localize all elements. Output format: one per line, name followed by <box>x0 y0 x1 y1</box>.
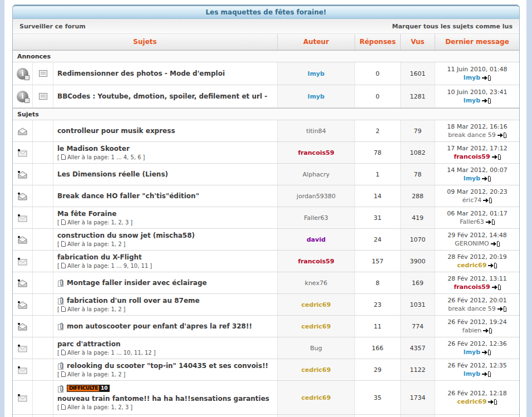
goto-last-post-icon[interactable] <box>490 241 500 247</box>
reply-count: 29 <box>374 366 382 374</box>
goto-page-line: [ Aller à la page: 1, 2 ] <box>57 371 125 378</box>
last-post-author[interactable]: break dance 59 <box>448 305 496 313</box>
envelope-open-dot-icon <box>17 279 28 287</box>
last-post-author[interactable]: francois59 <box>454 283 490 291</box>
last-post-author[interactable]: lmyb <box>464 96 480 105</box>
topic-row: construction du snow jet (mischa58) [ Al… <box>13 229 519 251</box>
goto-page-links[interactable]: 1, 2, 3 <box>111 404 129 411</box>
topic-title[interactable]: construction du snow jet (mischa58) <box>57 232 195 240</box>
topic-author[interactable]: knex76 <box>305 279 327 287</box>
topic-title[interactable]: le Madison Skooter <box>57 145 130 153</box>
goto-last-post-icon[interactable] <box>497 132 506 139</box>
column-header-lastpost: Dernier message <box>435 34 519 50</box>
envelope-flat-dot-icon <box>17 257 28 266</box>
reply-count: 31 <box>374 214 382 222</box>
topic-title[interactable]: BBCodes : Youtube, dmotion, spoiler, def… <box>57 92 267 101</box>
page-icon <box>61 404 66 410</box>
topic-author[interactable]: jordan59380 <box>297 193 336 200</box>
topic-title[interactable]: Break dance HO faller "ch'tis"édition" <box>57 192 199 200</box>
view-count: 1734 <box>410 394 426 401</box>
topic-author[interactable]: lmyb <box>308 70 324 77</box>
goto-page-line: [ Aller à la page: 1 ... 9, 10, 11 ] <box>57 262 152 269</box>
topic-title[interactable]: Ma fête Foraine <box>57 210 116 218</box>
watch-forum-link[interactable]: Surveiller ce forum <box>19 23 86 30</box>
goto-last-post-icon[interactable] <box>497 306 506 312</box>
topic-author[interactable]: cedric69 <box>302 394 331 401</box>
goto-last-post-icon[interactable] <box>481 97 491 104</box>
goto-last-post-icon[interactable] <box>487 262 497 269</box>
goto-page-links[interactable]: 1, 2 <box>111 371 121 378</box>
goto-last-post-icon[interactable] <box>481 75 491 81</box>
goto-page-links[interactable]: 1 ... 10, 11, 12 <box>111 349 151 356</box>
topic-author[interactable]: Alphacry <box>303 171 329 178</box>
goto-page-links[interactable]: 1, 2 <box>111 241 121 248</box>
goto-last-post-icon[interactable] <box>481 371 491 377</box>
topic-author[interactable]: cedric69 <box>302 366 331 374</box>
last-post-author[interactable]: Faller63 <box>460 218 484 226</box>
topic-title[interactable]: Redimensionner des photos - Mode d'emplo… <box>57 70 225 78</box>
goto-last-post-icon[interactable] <box>482 327 492 334</box>
goto-page-line: [ Aller à la page: 1, 2, 3 ] <box>57 404 132 411</box>
last-post-author[interactable]: éric74 <box>462 196 481 204</box>
topic-title[interactable]: parc d'attraction <box>57 340 121 349</box>
last-post-date: 26 Fév 2012, 12:35 <box>447 361 507 370</box>
goto-page-links[interactable]: 1, 2, 3 <box>111 219 129 226</box>
column-header-replies: Réponses <box>355 34 401 50</box>
last-post-author[interactable]: cedric69 <box>457 398 487 406</box>
last-post-date: 26 Fév 2012, 12:36 <box>447 340 507 348</box>
last-post-author[interactable]: lmyb <box>464 73 480 82</box>
view-count: 78 <box>414 171 422 178</box>
topic-row: DIFFICULTE10 nouveau train fantome!! ha … <box>13 381 519 415</box>
reply-count: 14 <box>374 193 382 200</box>
goto-last-post-icon[interactable] <box>491 154 501 160</box>
topic-author[interactable]: david <box>307 236 326 243</box>
last-post-date: 09 Mar 2012, 20:23 <box>447 188 507 196</box>
goto-last-post-icon[interactable] <box>491 284 501 291</box>
reply-count: 157 <box>372 258 383 265</box>
announcement-info-icon: i <box>17 91 28 102</box>
last-post-author[interactable]: lmyb <box>464 348 480 356</box>
topic-title[interactable]: Montage faller insider avec éclairage <box>67 279 207 287</box>
goto-page-line: [ Aller à la page: 1, 2, 3 ] <box>57 219 132 226</box>
last-post-author[interactable]: lmyb <box>464 174 480 183</box>
goto-last-post-icon[interactable] <box>482 197 492 204</box>
forum-title: Les maquettes de fêtes foraine! <box>205 8 326 16</box>
topic-author[interactable]: cedric69 <box>302 301 331 308</box>
envelope-open-dot-icon <box>17 192 28 200</box>
topic-title[interactable]: relooking du scooter "top-in" 140435 et … <box>67 362 268 370</box>
goto-last-post-icon[interactable] <box>487 399 497 405</box>
goto-last-post-icon[interactable] <box>481 175 491 182</box>
goto-last-post-icon[interactable] <box>485 219 495 225</box>
topic-author[interactable]: lmyb <box>308 93 324 100</box>
topic-author[interactable]: francois59 <box>298 258 334 265</box>
topic-author[interactable]: Faller63 <box>304 214 328 222</box>
topic-title[interactable]: controlleur pour musik express <box>57 127 175 135</box>
page-icon <box>61 219 66 225</box>
topic-author[interactable]: cedric69 <box>302 323 331 330</box>
topic-author[interactable]: titin84 <box>306 127 326 135</box>
topic-author[interactable]: Bug <box>310 345 322 352</box>
goto-page-links[interactable]: 1 ... 9, 10, 11 <box>111 262 148 269</box>
last-post-author[interactable]: lmyb <box>464 370 480 378</box>
last-post-author[interactable]: GERONIMO <box>455 239 489 248</box>
topic-title[interactable]: Les Dimensions réelle (Liens) <box>57 170 168 179</box>
topic-row: Les Dimensions réelle (Liens) Alphacry 1… <box>13 164 519 185</box>
goto-last-post-icon[interactable] <box>481 349 491 356</box>
topic-title[interactable]: nouveau train fantome!! ha ha ha!!sensat… <box>57 395 269 403</box>
last-post-author[interactable]: francois59 <box>454 153 490 161</box>
goto-page-links[interactable]: 1 ... 4, 5, 6 <box>111 154 141 161</box>
last-post-date: 18 Mar 2012, 16:16 <box>447 122 507 131</box>
topic-title[interactable]: mon autoscooter pour enfant d'apres la r… <box>67 322 252 331</box>
reply-count: 24 <box>374 236 382 243</box>
last-post-author[interactable]: fabien <box>462 326 481 335</box>
goto-page-links[interactable]: 1, 2 <box>111 306 121 313</box>
last-post-author[interactable]: break dance 59 <box>448 131 496 139</box>
last-post-date: 10 Juin 2010, 23:41 <box>447 88 508 96</box>
mark-topics-read-link[interactable]: Marquer tous les sujets comme lus <box>392 23 513 30</box>
topic-author[interactable]: francois59 <box>298 149 334 156</box>
page-icon <box>61 371 66 377</box>
last-post-author[interactable]: cedric69 <box>457 261 487 269</box>
topic-row: mon autoscooter pour enfant d'apres la r… <box>13 316 519 337</box>
topic-title[interactable]: fabrication d'un roll over au 87eme <box>67 297 200 305</box>
topic-title[interactable]: fabrication du X-Flight <box>57 253 142 262</box>
